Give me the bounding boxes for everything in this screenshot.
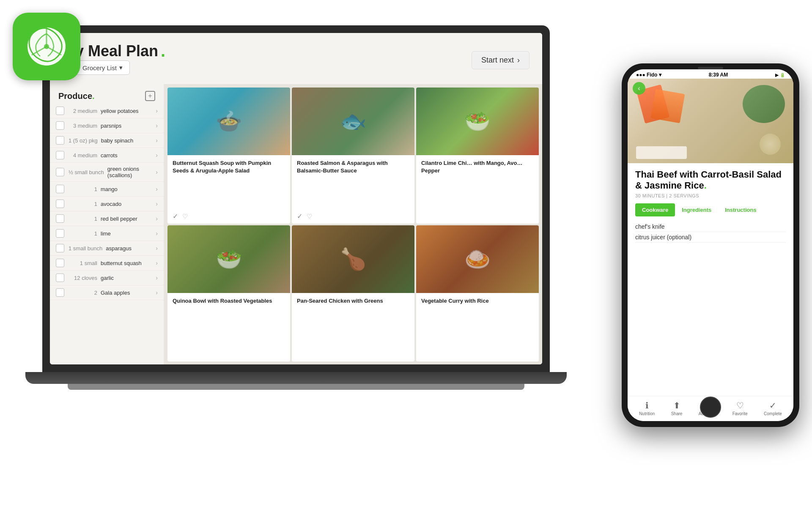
grocery-checkbox[interactable] (56, 274, 64, 282)
status-icons: ▶ 🔋 (775, 72, 785, 78)
laptop-screen: My Meal Plan . Grocery List ▾ Start next… (50, 33, 542, 364)
grocery-checkbox[interactable] (56, 214, 64, 223)
recipe-image: 🍗 (292, 225, 414, 293)
recipe-actions: ✓ ♡ (167, 211, 290, 224)
grocery-name: green onions (scallions) (107, 166, 154, 178)
chevron-right-icon: › (156, 107, 158, 114)
grocery-qty: 4 medium (69, 152, 97, 159)
grocery-item[interactable]: 2 Gala apples › (50, 285, 164, 300)
recipe-image: 🥗 (416, 88, 539, 155)
favorite-label: Favorite (732, 411, 748, 416)
grocery-item[interactable]: ½ small bunch green onions (scallions) › (50, 163, 164, 182)
recipe-hero-image: ‹ (628, 79, 793, 163)
grocery-list-button[interactable]: Grocery List ▾ (75, 60, 130, 75)
grocery-checkbox[interactable] (56, 200, 64, 208)
screen-header: My Meal Plan . Grocery List ▾ Start next… (50, 33, 542, 84)
favorite-icon[interactable]: ♡ (307, 213, 312, 220)
sidebar-section-header: Produce. + (50, 88, 164, 104)
recipe-grid: 🍲 Butternut Squash Soup with Pumpkin See… (164, 84, 542, 364)
grocery-name: avocado (101, 201, 154, 207)
grocery-name: carrots (101, 152, 154, 159)
grocery-name: parsnips (101, 123, 154, 129)
grocery-item[interactable]: 1 small bunch asparagus › (50, 241, 164, 256)
start-next-button[interactable]: Start next › (472, 51, 529, 69)
grocery-name: mango (101, 186, 154, 192)
chevron-right-icon: › (156, 245, 158, 252)
recipe-card[interactable]: 🐟 Roasted Salmon & Asparagus with Balsam… (292, 88, 414, 224)
laptop-body: My Meal Plan . Grocery List ▾ Start next… (42, 25, 550, 372)
phone-recipe-meta: 30 MINUTES | 2 SERVINGS (635, 193, 786, 198)
laptop-base-bottom (68, 384, 524, 390)
chevron-right-icon: › (156, 200, 158, 207)
grocery-item[interactable]: 12 cloves garlic › (50, 271, 164, 285)
app-icon[interactable] (13, 13, 80, 80)
recipe-card[interactable]: 🥗 Quinoa Bowl with Roasted Vegetables (167, 225, 290, 361)
dropdown-arrow-icon: ▾ (119, 64, 123, 71)
recipe-card[interactable]: 🍲 Butternut Squash Soup with Pumpkin See… (167, 88, 290, 224)
share-button[interactable]: ⬆ Share (671, 400, 683, 416)
recipe-card[interactable]: 🍛 Vegetable Curry with Rice (416, 225, 539, 361)
grocery-checkbox[interactable] (56, 288, 64, 297)
grocery-name: asparagus (106, 245, 154, 252)
chevron-right-icon: › (156, 137, 158, 144)
grocery-item[interactable]: 1 avocado › (50, 197, 164, 211)
chevron-right-icon: › (156, 274, 158, 281)
grocery-name: butternut squash (101, 260, 154, 266)
grocery-item[interactable]: 1 lime › (50, 226, 164, 241)
cookware-item: chef's knife (635, 222, 786, 232)
recipe-card[interactable]: 🍗 Pan-Seared Chicken with Greens (292, 225, 414, 361)
recipe-title: Butternut Squash Soup with Pumpkin Seeds… (173, 159, 285, 175)
grocery-checkbox[interactable] (56, 244, 64, 252)
add-item-button[interactable]: + (145, 91, 155, 101)
food-emoji: 🥗 (464, 109, 491, 134)
grocery-item[interactable]: 1 mango › (50, 182, 164, 197)
favorite-button[interactable]: ♡ Favorite (732, 400, 748, 416)
nutrition-button[interactable]: ℹ Nutrition (639, 400, 655, 416)
grocery-item[interactable]: 3 medium parsnips › (50, 118, 164, 133)
recipe-info: Quinoa Bowl with Roasted Vegetables (167, 293, 290, 361)
tab-ingredients[interactable]: Ingredients (675, 203, 718, 216)
grocery-checkbox[interactable] (56, 168, 64, 176)
grocery-name: Gala apples (101, 290, 154, 296)
check-icon[interactable]: ✓ (297, 212, 302, 220)
grocery-qty: 2 (69, 290, 97, 296)
grocery-checkbox[interactable] (56, 151, 64, 159)
chevron-right-icon: › (156, 169, 158, 175)
check-icon[interactable]: ✓ (173, 212, 178, 220)
favorite-icon[interactable]: ♡ (182, 213, 188, 220)
grocery-checkbox[interactable] (56, 229, 64, 238)
recipe-title: Quinoa Bowl with Roasted Vegetables (173, 297, 285, 305)
recipe-card[interactable]: 🥗 Cilantro Lime Chi… with Mango, Avo… Pe… (416, 88, 539, 224)
share-icon: ⬆ (673, 400, 680, 411)
phone-home-button[interactable] (700, 397, 721, 418)
phone-content: Thai Beef with Carrot-Basil Salad & Jasm… (628, 163, 793, 396)
grocery-checkbox[interactable] (56, 107, 64, 115)
grocery-item[interactable]: 4 medium carrots › (50, 148, 164, 163)
grocery-checkbox[interactable] (56, 185, 64, 193)
complete-button[interactable]: ✓ Complete (764, 400, 782, 416)
plus-icon: + (148, 92, 152, 100)
recipe-actions: ✓ ♡ (292, 211, 414, 224)
recipe-time: 30 MINUTES (635, 193, 665, 198)
grocery-name: lime (101, 230, 154, 237)
grocery-item[interactable]: 2 medium yellow potatoes › (50, 104, 164, 118)
grocery-checkbox[interactable] (56, 259, 64, 267)
grocery-item[interactable]: 1 red bell pepper › (50, 211, 164, 226)
chevron-right-icon: › (156, 215, 158, 222)
grocery-item[interactable]: 1 small butternut squash › (50, 256, 164, 271)
svg-point-1 (44, 44, 49, 49)
grocery-checkbox[interactable] (56, 136, 64, 145)
grocery-checkbox[interactable] (56, 121, 64, 130)
back-button[interactable]: ‹ (633, 82, 645, 95)
chevron-right-icon: › (517, 56, 520, 65)
food-emoji: 🥗 (216, 247, 242, 271)
chevron-right-icon: › (156, 260, 158, 266)
start-next-label: Start next (481, 56, 514, 65)
recipe-image: 🐟 (292, 88, 414, 155)
tab-instructions[interactable]: Instructions (718, 203, 763, 216)
grocery-item[interactable]: 1 (5 oz) pkg baby spinach › (50, 133, 164, 148)
carrier-text: ●●● Fido ▾ (636, 72, 661, 78)
tab-cookware[interactable]: Cookware (635, 203, 675, 216)
phone-recipe-title: Thai Beef with Carrot-Basil Salad & Jasm… (635, 169, 786, 192)
grocery-qty: 1 small (69, 260, 97, 266)
